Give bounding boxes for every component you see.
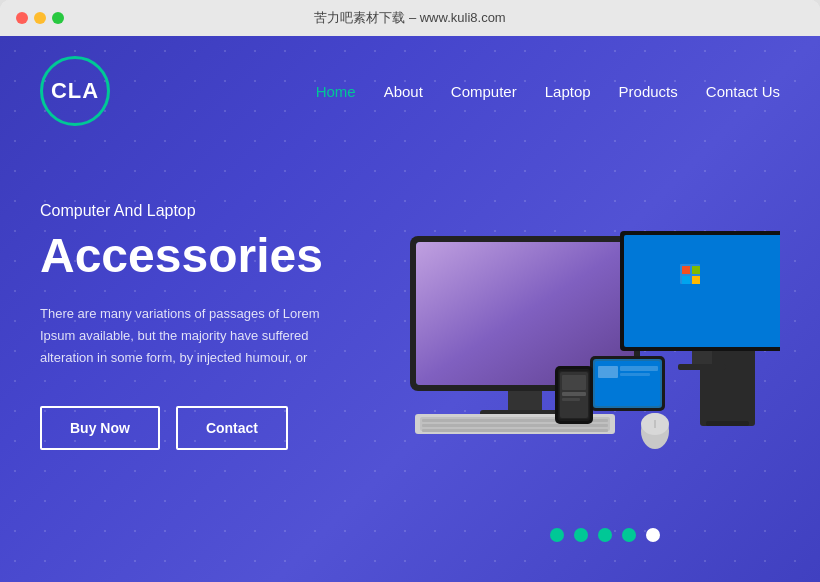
svg-rect-38	[562, 375, 586, 390]
nav-links: Home About Computer Laptop Products Cont…	[316, 83, 780, 100]
hero-section: Computer And Laptop Accessories There ar…	[0, 146, 820, 516]
browser-title: 苦力吧素材下载 – www.kuli8.com	[314, 9, 505, 27]
slide-dots	[550, 528, 660, 542]
svg-rect-19	[678, 364, 726, 370]
nav-link-products[interactable]: Products	[619, 83, 678, 100]
hero-description: There are many variations of passages of…	[40, 303, 340, 369]
svg-rect-9	[508, 391, 542, 413]
browser-chrome: 苦力吧素材下载 – www.kuli8.com	[0, 0, 820, 36]
svg-rect-5	[706, 421, 749, 426]
dot-3[interactable]	[598, 528, 612, 542]
title-bar: 苦力吧素材下载 – www.kuli8.com	[0, 0, 820, 36]
logo[interactable]: CLA	[40, 56, 110, 126]
svg-rect-39	[562, 392, 586, 396]
svg-rect-12	[624, 235, 780, 347]
minimize-button[interactable]	[34, 12, 46, 24]
nav-link-computer[interactable]: Computer	[451, 83, 517, 100]
buy-now-button[interactable]: Buy Now	[40, 406, 160, 450]
hero-image	[360, 166, 780, 486]
contact-button[interactable]: Contact	[176, 406, 288, 450]
svg-rect-15	[692, 266, 700, 274]
traffic-lights	[16, 12, 64, 24]
svg-rect-31	[598, 366, 618, 378]
svg-rect-23	[422, 424, 608, 427]
svg-rect-24	[422, 429, 608, 432]
dot-1[interactable]	[550, 528, 564, 542]
navigation: CLA Home About Computer Laptop Products …	[0, 36, 820, 146]
svg-rect-18	[692, 351, 712, 366]
maximize-button[interactable]	[52, 12, 64, 24]
svg-rect-32	[620, 366, 658, 371]
svg-rect-40	[562, 398, 580, 401]
hero-subtitle: Computer And Laptop	[40, 202, 340, 220]
svg-rect-17	[692, 276, 700, 284]
nav-link-contact-us[interactable]: Contact Us	[706, 83, 780, 100]
product-scene	[360, 166, 780, 486]
hero-buttons: Buy Now Contact	[40, 406, 340, 450]
dot-4[interactable]	[622, 528, 636, 542]
website-content: CLA Home About Computer Laptop Products …	[0, 36, 820, 582]
logo-text: CLA	[51, 78, 99, 104]
nav-link-home[interactable]: Home	[316, 83, 356, 100]
nav-link-about[interactable]: About	[384, 83, 423, 100]
close-button[interactable]	[16, 12, 28, 24]
hero-content: Computer And Laptop Accessories There ar…	[40, 202, 340, 449]
svg-rect-33	[620, 373, 650, 376]
nav-link-laptop[interactable]: Laptop	[545, 83, 591, 100]
dot-5[interactable]	[646, 528, 660, 542]
hero-title: Accessories	[40, 230, 340, 283]
dot-2[interactable]	[574, 528, 588, 542]
svg-rect-16	[682, 276, 690, 284]
svg-rect-14	[682, 266, 690, 274]
